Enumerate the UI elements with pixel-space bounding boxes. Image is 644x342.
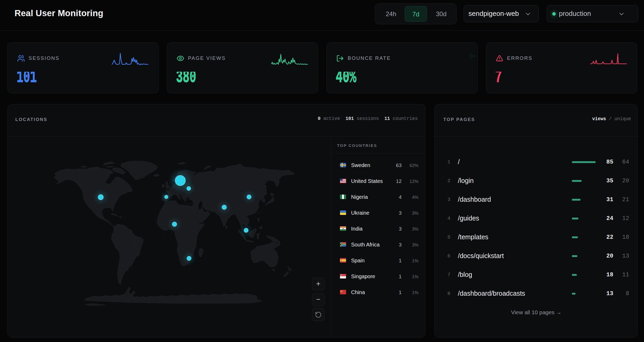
svg-text:380: 380 [176,72,196,84]
svg-text:7: 7 [495,72,502,84]
svg-text:101: 101 [17,72,37,84]
svg-text:40%: 40% [336,72,356,84]
